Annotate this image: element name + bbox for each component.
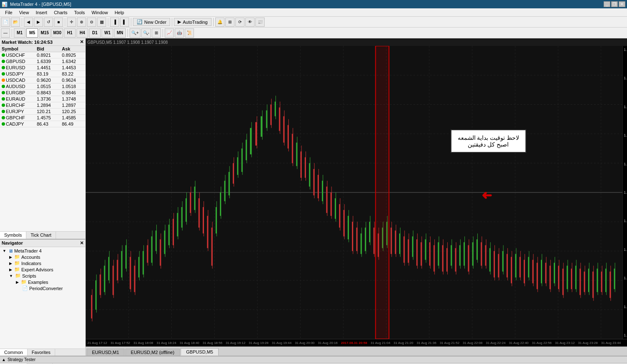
dot-euraud: [2, 97, 5, 101]
nav-expand-accounts[interactable]: ▶: [9, 255, 12, 259]
nav-examples[interactable]: ▶ 📁 Examples: [14, 279, 84, 285]
properties-button[interactable]: ▦: [97, 18, 106, 27]
tab-symbols[interactable]: Symbols: [0, 232, 26, 239]
zoom-out-button[interactable]: ⊖: [87, 18, 96, 27]
sep3: [108, 18, 108, 26]
grid-button[interactable]: ⊞: [152, 28, 161, 38]
tf-m30[interactable]: M30: [51, 28, 63, 38]
news-button[interactable]: 📰: [255, 18, 265, 27]
tf-m1[interactable]: M1: [14, 28, 25, 38]
new-order-button[interactable]: 🔄 New Order: [133, 18, 170, 26]
menu-tools[interactable]: Tools: [71, 9, 88, 16]
mw-row-usdcad[interactable]: USDCAD 0.9620 0.9624: [0, 77, 85, 83]
tf-h4[interactable]: H4: [76, 28, 88, 38]
mw-row-eurusd[interactable]: EURUSD 1.4451 1.4453: [0, 65, 85, 71]
tf-h1[interactable]: H1: [64, 28, 76, 38]
tab-tick-chart[interactable]: Tick Chart: [26, 232, 56, 239]
x-label-14: 31 Aug 21:20: [392, 341, 415, 345]
ask-eurgbp: 0.8846: [60, 90, 85, 96]
mw-header-row: Symbol Bid Ask: [0, 46, 85, 52]
menu-help[interactable]: Help: [111, 9, 127, 16]
crosshair-button[interactable]: ✛: [67, 18, 76, 27]
nav-label-indicators: Indicators: [21, 261, 41, 266]
mw-row-audusd[interactable]: AUDUSD 1.0515 1.0518: [0, 83, 85, 90]
zoom-out2[interactable]: 🔍-: [141, 28, 151, 38]
tf-d1[interactable]: D1: [89, 28, 101, 38]
market-watch-close[interactable]: ✕: [80, 39, 84, 45]
nav-metatrader4[interactable]: ▼ 🖥 MetaTrader 4: [1, 248, 84, 254]
minimize-button[interactable]: _: [604, 1, 610, 7]
x-label-18: 31 Aug 22:24: [484, 341, 507, 345]
menu-view[interactable]: View: [16, 9, 33, 16]
alert-button[interactable]: 🔔: [215, 18, 224, 27]
menu-window[interactable]: Window: [88, 9, 111, 16]
mw-row-eurjpy[interactable]: EURJPY 120.21 120.25: [0, 109, 85, 115]
reload-button[interactable]: ↺: [44, 18, 53, 27]
x-label-19: 31 Aug 22:40: [507, 341, 530, 345]
nav-tab-common[interactable]: Common: [0, 349, 28, 356]
sep6: [213, 18, 214, 26]
nav-expand-mt4[interactable]: ▼: [3, 249, 6, 253]
tf-m15[interactable]: M15: [39, 28, 51, 38]
mw-row-cadjpy[interactable]: CADJPY 86.43 86.49: [0, 121, 85, 127]
nav-tab-favorites[interactable]: Favorites: [28, 349, 55, 356]
forward-button[interactable]: ▶: [34, 18, 43, 27]
zoom-in-button[interactable]: ⊕: [77, 18, 86, 27]
bid-eurchf: 1.2894: [35, 102, 60, 108]
zoom-in2[interactable]: 🔍+: [130, 28, 140, 38]
mw-row-eurgbp[interactable]: EURGBP 0.8843 0.8846: [0, 90, 85, 96]
menu-charts[interactable]: Charts: [51, 9, 71, 16]
tf-w1[interactable]: W1: [102, 28, 113, 38]
title-bar: 📊 MetaTrader 4 - [GBPUSD,M5] _ ❐ ✕: [0, 0, 627, 8]
indicator-button[interactable]: 📈: [165, 28, 174, 38]
mw-row-usdjpy[interactable]: USDJPY 83.19 83.22: [0, 71, 85, 77]
chart-tab-eurusd-m1[interactable]: EURUSD,M1: [87, 349, 125, 356]
experts-button[interactable]: 👁: [245, 18, 255, 27]
strategy-tester-header: ▲ Strategy Tester: [0, 356, 627, 363]
candle-button[interactable]: ▌: [120, 18, 129, 27]
restore-button[interactable]: ❐: [611, 1, 618, 7]
ask-eurchf: 1.2897: [60, 102, 85, 108]
title-controls[interactable]: _ ❐ ✕: [604, 1, 625, 7]
menu-insert[interactable]: Insert: [32, 9, 51, 16]
nav-close[interactable]: ✕: [80, 240, 84, 246]
chart-canvas[interactable]: لاحظ توقيت بداية الشمعه اصبح كل دفيقتين …: [86, 46, 622, 339]
nav-expand-examples[interactable]: ▶: [16, 280, 19, 284]
mw-row-gbpchf[interactable]: GBPCHF 1.4575 1.4585: [0, 115, 85, 121]
bid-usdchf: 0.8921: [35, 52, 60, 58]
nav-expand-scripts[interactable]: ▼: [9, 274, 13, 278]
close-button[interactable]: ✕: [619, 1, 625, 7]
strategy-tester-toggle[interactable]: ▲: [2, 357, 6, 362]
x-label-20: 31 Aug 22:56: [530, 341, 553, 345]
history-button[interactable]: ⟳: [235, 18, 245, 27]
nav-periodconverter[interactable]: 📄 PeriodConverter: [14, 285, 84, 291]
mw-row-eurchf[interactable]: EURCHF 1.2894 1.2897: [0, 102, 85, 109]
open-button[interactable]: 📂: [11, 18, 20, 27]
price-1905: 1.1905: [624, 190, 627, 195]
mw-row-usdchf[interactable]: USDCHF 0.8921 0.8925: [0, 52, 85, 58]
bar-chart-button[interactable]: ▐: [110, 18, 119, 27]
bid-audusd: 1.0515: [35, 83, 60, 89]
mw-row-gbpusd[interactable]: GBPUSD 1.6339 1.6342: [0, 58, 85, 65]
terminal-button[interactable]: ⊞: [225, 18, 234, 27]
expert-button[interactable]: 🤖: [175, 28, 184, 38]
back-button[interactable]: ◀: [24, 18, 33, 27]
nav-indicators[interactable]: ▶ 📁 Indicators: [8, 260, 84, 266]
mw-row-euraud[interactable]: EURAUD 1.3736 1.3748: [0, 96, 85, 102]
tf-mn[interactable]: MN: [114, 28, 126, 38]
ask-cadjpy: 86.49: [60, 121, 85, 127]
nav-scripts[interactable]: ▼ 📁 Scripts: [8, 273, 84, 279]
nav-accounts[interactable]: ▶ 📁 Accounts: [8, 254, 84, 260]
chart-tab-gbpusd-m5[interactable]: GBPUSD,M5: [181, 348, 219, 356]
script-button[interactable]: 📜: [185, 28, 194, 38]
tf-m5[interactable]: M5: [26, 28, 38, 38]
nav-expert-advisors[interactable]: ▶ 📁 Expert Advisors: [8, 266, 84, 273]
nav-expand-indicators[interactable]: ▶: [9, 261, 12, 265]
line-tool[interactable]: —: [1, 28, 10, 38]
stop-button[interactable]: ■: [54, 18, 63, 27]
autotrading-button[interactable]: ▶ AutoTrading: [174, 18, 212, 26]
nav-expand-ea[interactable]: ▶: [9, 268, 12, 272]
chart-tab-eurusd-m2[interactable]: EURUSD,M2 (offline): [125, 349, 180, 356]
new-chart-button[interactable]: 📄: [1, 18, 10, 27]
menu-file[interactable]: File: [2, 9, 16, 16]
